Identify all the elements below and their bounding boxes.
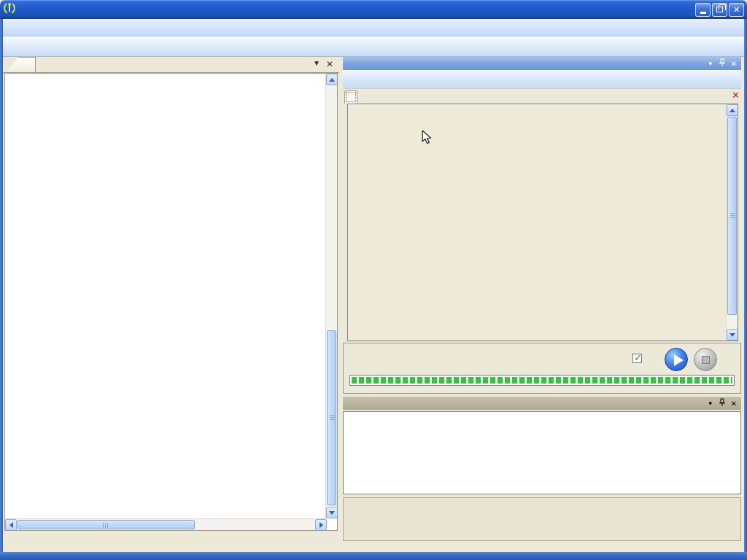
- network-vscroll-thumb[interactable]: [727, 117, 737, 315]
- network-canvas[interactable]: [347, 104, 738, 341]
- menu-bar: [3, 19, 744, 36]
- property-content: [343, 411, 741, 494]
- network-pin-icon[interactable]: [719, 58, 726, 69]
- tab-close-icon[interactable]: ✕: [326, 59, 333, 69]
- network-tab-close-icon[interactable]: ✕: [732, 90, 740, 100]
- run-status-box: ✓: [343, 343, 741, 394]
- right-dock: ▼ ✕ ✕: [340, 57, 744, 544]
- app-window: ✕ ▼ ✕: [0, 0, 747, 560]
- vscroll-thumb[interactable]: [327, 330, 336, 505]
- tab-project1[interactable]: [7, 57, 36, 72]
- main-toolbar: [3, 36, 744, 57]
- window-border-right: [744, 19, 747, 560]
- property-lower-area: [343, 497, 741, 541]
- network-scroll-up-icon[interactable]: [727, 104, 738, 116]
- play-icon: [674, 354, 684, 366]
- network-panel-caption: ▼ ✕: [343, 57, 741, 70]
- property-panel-caption: ▼ ✕: [343, 397, 741, 410]
- charts-area: [5, 74, 326, 530]
- scroll-left-icon[interactable]: [5, 519, 17, 531]
- window-border-bottom: [0, 552, 747, 560]
- minimize-button[interactable]: [695, 3, 711, 17]
- hscroll-thumb[interactable]: [18, 520, 195, 529]
- network-tab-bar: ✕: [340, 89, 744, 104]
- mouse-cursor: [421, 131, 433, 147]
- chart-viewport: [4, 73, 338, 531]
- network-close-icon[interactable]: ✕: [731, 60, 737, 68]
- network-scroll-down-icon[interactable]: [727, 329, 738, 341]
- property-close-icon[interactable]: ✕: [731, 400, 737, 408]
- scroll-down-icon[interactable]: [326, 507, 338, 518]
- network-dropdown-icon[interactable]: ▼: [708, 61, 713, 67]
- network-tab-project1[interactable]: [344, 90, 357, 104]
- auto-checkbox[interactable]: ✓: [632, 354, 642, 363]
- chart-vscrollbar[interactable]: [325, 74, 337, 518]
- network-connections: [348, 104, 726, 341]
- close-button[interactable]: ✕: [729, 3, 744, 17]
- scroll-up-icon[interactable]: [326, 74, 338, 85]
- property-pin-icon[interactable]: [719, 398, 726, 408]
- stop-button[interactable]: [694, 348, 717, 371]
- chart-hscrollbar[interactable]: [5, 518, 327, 530]
- network-toolbar: [343, 70, 741, 89]
- tab-list-dropdown-icon[interactable]: ▼: [313, 59, 320, 69]
- document-panel: ▼ ✕: [3, 57, 339, 544]
- title-bar: ✕: [0, 0, 747, 19]
- progress-bar: [349, 375, 735, 386]
- checkmark-icon: ✓: [634, 352, 642, 363]
- app-logo-icon: [3, 2, 16, 17]
- run-button[interactable]: [665, 348, 688, 371]
- stop-icon: [702, 356, 710, 364]
- document-tab-bar: ▼ ✕: [3, 57, 339, 73]
- scroll-right-icon[interactable]: [315, 519, 327, 531]
- network-vscrollbar[interactable]: [726, 104, 738, 341]
- property-dropdown-icon[interactable]: ▼: [708, 400, 713, 407]
- restore-button[interactable]: [712, 3, 727, 17]
